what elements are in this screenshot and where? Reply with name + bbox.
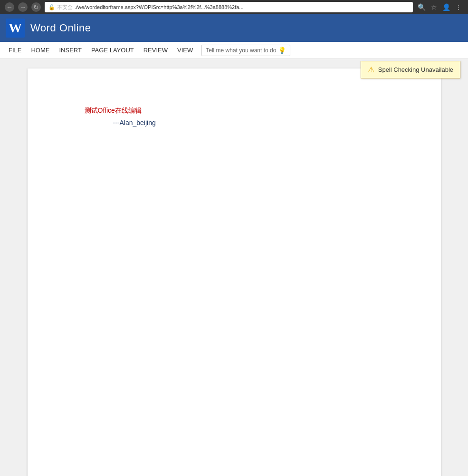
document-line-2: ---Alan_beijing (113, 119, 384, 126)
spell-check-notification: ⚠ Spell Checking Unavailable (361, 61, 460, 78)
account-button[interactable]: 👤 (441, 2, 451, 12)
menu-insert[interactable]: INSERT (54, 42, 86, 59)
tell-me-box[interactable]: Tell me what you want to do 💡 (201, 45, 290, 56)
spell-check-message: Spell Checking Unavailable (378, 66, 453, 73)
menu-review[interactable]: REVIEW (139, 42, 172, 59)
warning-icon: ⚠ (368, 65, 374, 74)
browser-chrome: ← → ↻ 🔓 不安全 ./we/wordeditorframe.aspx?WO… (0, 0, 468, 14)
security-label: 不安全 (57, 4, 73, 11)
word-header: W Word Online (0, 14, 468, 42)
back-button[interactable]: ← (5, 2, 14, 12)
word-logo: W (6, 19, 25, 38)
url-text: ./we/wordeditorframe.aspx?WOPISrc=http%3… (75, 4, 244, 10)
browser-action-icons: 🔍 ☆ 👤 ⋮ (417, 2, 463, 12)
menu-view[interactable]: VIEW (172, 42, 198, 59)
tell-me-placeholder: Tell me what you want to do (206, 47, 276, 54)
document-page[interactable]: 测试Office在线编辑 ---Alan_beijing (28, 68, 441, 476)
bookmark-button[interactable]: ☆ (429, 2, 439, 12)
menu-file[interactable]: FILE (4, 42, 26, 59)
refresh-button[interactable]: ↻ (31, 2, 41, 12)
forward-button[interactable]: → (18, 2, 28, 12)
lightbulb-icon: 💡 (278, 47, 286, 54)
security-icon: 🔓 (48, 4, 55, 10)
menu-bar: FILE HOME INSERT PAGE LAYOUT REVIEW VIEW… (0, 42, 468, 59)
address-bar[interactable]: 🔓 不安全 ./we/wordeditorframe.aspx?WOPISrc=… (45, 2, 413, 12)
more-button[interactable]: ⋮ (454, 2, 463, 12)
document-line-1: 测试Office在线编辑 (85, 107, 384, 115)
app-title: Word Online (30, 22, 91, 34)
search-button[interactable]: 🔍 (417, 2, 426, 12)
menu-home[interactable]: HOME (26, 42, 54, 59)
document-area: 测试Office在线编辑 ---Alan_beijing (0, 59, 468, 476)
word-logo-letter: W (9, 20, 22, 36)
menu-page-layout[interactable]: PAGE LAYOUT (86, 42, 139, 59)
